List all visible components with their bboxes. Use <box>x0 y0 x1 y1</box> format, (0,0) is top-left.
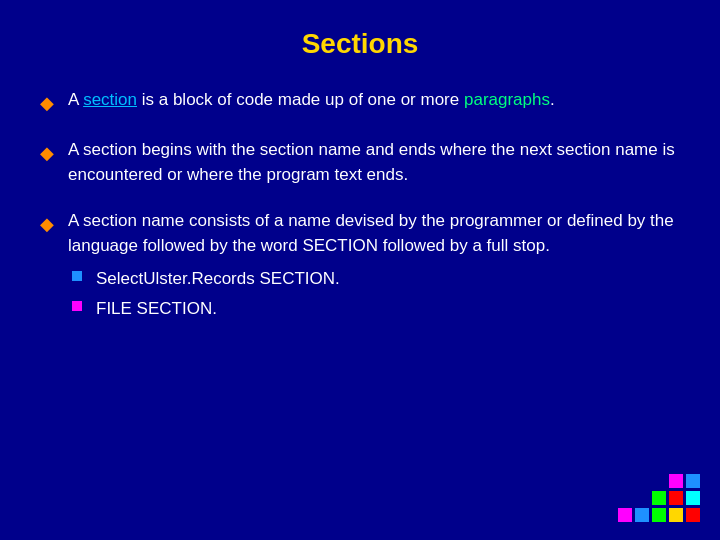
bullet-text-2: A section begins with the section name a… <box>68 138 680 187</box>
bullet-item-3: ◆ A section name consists of a name devi… <box>40 209 680 328</box>
deco-sq <box>669 474 683 488</box>
deco-sq <box>618 491 632 505</box>
deco-sq <box>652 508 666 522</box>
deco-sq <box>635 474 649 488</box>
deco-sq <box>686 491 700 505</box>
deco-sq <box>686 508 700 522</box>
sub-bullet-item-1: SelectUlster.Records SECTION. <box>72 267 340 292</box>
deco-sq <box>669 491 683 505</box>
sub-bullet-square-blue <box>72 271 82 281</box>
deco-sq <box>669 508 683 522</box>
bullet-item-1: ◆ A section is a block of code made up o… <box>40 88 680 116</box>
deco-sq <box>652 491 666 505</box>
bullet-item-2: ◆ A section begins with the section name… <box>40 138 680 187</box>
corner-decoration <box>618 474 700 522</box>
deco-sq <box>618 474 632 488</box>
sub-bullet-item-2: FILE SECTION. <box>72 297 340 322</box>
slide: Sections ◆ A section is a block of code … <box>0 0 720 540</box>
deco-sq <box>635 491 649 505</box>
bullet-text-1: A section is a block of code made up of … <box>68 88 555 113</box>
sub-bullet-square-magenta <box>72 301 82 311</box>
paragraphs-highlight: paragraphs <box>464 90 550 109</box>
bullet-text-3: A section name consists of a name devise… <box>68 209 680 258</box>
bullet-diamond-1: ◆ <box>40 90 54 116</box>
bullet-diamond-2: ◆ <box>40 140 54 166</box>
sub-bullet-text-1: SelectUlster.Records SECTION. <box>96 267 340 292</box>
bullet-diamond-3: ◆ <box>40 211 54 237</box>
deco-sq <box>686 474 700 488</box>
section-link: section <box>83 90 137 109</box>
slide-title: Sections <box>40 28 680 60</box>
sub-bullet-text-2: FILE SECTION. <box>96 297 217 322</box>
deco-sq <box>618 508 632 522</box>
sub-bullet-list: SelectUlster.Records SECTION. FILE SECTI… <box>40 267 340 328</box>
bullet-list: ◆ A section is a block of code made up o… <box>40 88 680 328</box>
deco-sq <box>635 508 649 522</box>
deco-sq <box>652 474 666 488</box>
